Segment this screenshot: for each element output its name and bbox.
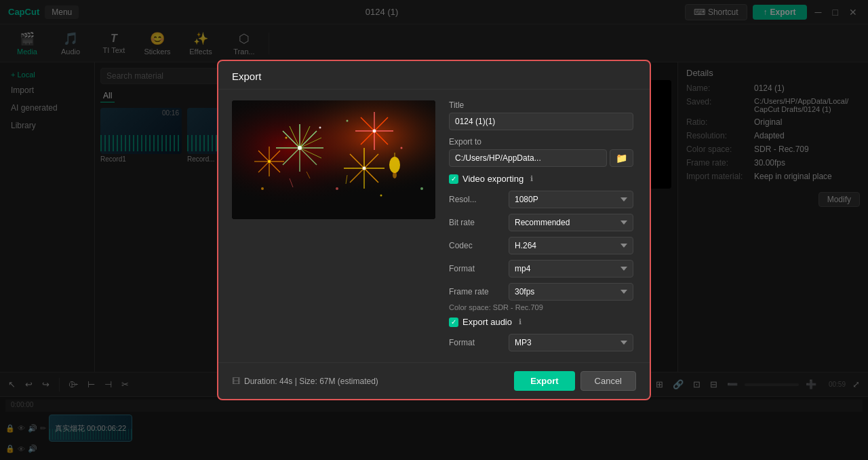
bitrate-select[interactable]: Recommended Low Medium High xyxy=(509,214,633,231)
svg-point-51 xyxy=(336,187,338,190)
export-to-container: 📁 xyxy=(449,149,633,167)
folder-browse-button[interactable]: 📁 xyxy=(610,149,633,167)
modal-body: Title Export to 📁 Video exporting ℹ xyxy=(218,90,650,362)
svg-point-53 xyxy=(420,187,423,190)
modal-settings: Title Export to 📁 Video exporting ℹ xyxy=(449,100,636,351)
svg-point-50 xyxy=(261,187,264,190)
format-select[interactable]: mp4 mov avi xyxy=(509,260,633,277)
footer-info: 🎞 Duration: 44s | Size: 67M (estimated) xyxy=(232,377,378,386)
audio-format-select[interactable]: MP3 AAC WAV xyxy=(509,334,633,351)
video-info-icon: ℹ xyxy=(530,174,533,183)
audio-info-icon: ℹ xyxy=(519,318,521,326)
audio-section-header: Export audio ℹ xyxy=(449,317,633,327)
framerate-row: Frame rate 30fps 24fps 25fps 60fps xyxy=(449,283,633,301)
export-to-field-row: Export to 📁 xyxy=(449,137,633,167)
audio-settings-grid: Format MP3 AAC WAV xyxy=(449,334,633,351)
video-settings-grid: Resol... 1080P 720P 2K 4K Bit rate Recom… xyxy=(449,191,633,301)
title-field-label: Title xyxy=(449,100,633,110)
export-to-label: Export to xyxy=(449,137,633,147)
export-path-input[interactable] xyxy=(449,149,607,167)
fireworks-preview xyxy=(232,100,435,219)
film-icon: 🎞 xyxy=(232,377,240,386)
title-field-row: Title xyxy=(449,100,633,130)
color-space-note: Color space: SDR - Rec.709 xyxy=(449,303,633,311)
svg-point-45 xyxy=(393,172,397,178)
framerate-select[interactable]: 30fps 24fps 25fps 60fps xyxy=(509,283,633,301)
svg-point-48 xyxy=(347,120,349,122)
export-modal: Export xyxy=(217,60,651,400)
video-section-title: Video exporting xyxy=(462,174,524,184)
resolution-row: Resol... 1080P 720P 2K 4K xyxy=(449,191,633,208)
export-button[interactable]: Export xyxy=(514,371,574,391)
svg-point-24 xyxy=(373,130,376,133)
modal-title: Export xyxy=(232,71,261,82)
title-input[interactable] xyxy=(449,113,633,130)
svg-point-46 xyxy=(319,127,321,129)
modal-overlay: Export xyxy=(0,0,868,460)
resolution-label: Resol... xyxy=(449,195,503,204)
framerate-label: Frame rate xyxy=(449,287,503,296)
svg-point-15 xyxy=(298,146,302,150)
svg-rect-2 xyxy=(232,100,435,219)
preview-image xyxy=(232,100,435,219)
svg-point-47 xyxy=(285,137,288,139)
codec-label: Codec xyxy=(449,241,503,250)
video-section-header: Video exporting ℹ xyxy=(449,174,633,184)
audio-export-checkbox[interactable] xyxy=(449,318,458,327)
duration-size-info: Duration: 44s | Size: 67M (estimated) xyxy=(244,377,378,386)
footer-actions: Export Cancel xyxy=(514,371,636,391)
codec-select[interactable]: H.264 H.265 ProRes xyxy=(509,237,633,254)
svg-point-52 xyxy=(380,195,382,197)
video-export-checkbox[interactable] xyxy=(449,174,458,184)
svg-point-33 xyxy=(268,160,271,163)
cancel-button[interactable]: Cancel xyxy=(580,371,636,391)
modal-footer: 🎞 Duration: 44s | Size: 67M (estimated) … xyxy=(218,362,650,399)
format-label: Format xyxy=(449,264,503,273)
audio-format-row: Format MP3 AAC WAV xyxy=(449,334,633,351)
codec-row: Codec H.264 H.265 ProRes xyxy=(449,237,633,254)
resolution-select[interactable]: 1080P 720P 2K 4K xyxy=(509,191,633,208)
bitrate-label: Bit rate xyxy=(449,218,503,227)
svg-point-42 xyxy=(363,167,366,170)
bitrate-row: Bit rate Recommended Low Medium High xyxy=(449,214,633,231)
format-row: Format mp4 mov avi xyxy=(449,260,633,277)
audio-section-title: Export audio xyxy=(462,317,512,327)
svg-point-49 xyxy=(401,147,403,149)
modal-preview xyxy=(232,100,435,351)
modal-header: Export xyxy=(218,61,650,90)
audio-format-label: Format xyxy=(449,338,503,347)
svg-point-43 xyxy=(389,157,400,173)
